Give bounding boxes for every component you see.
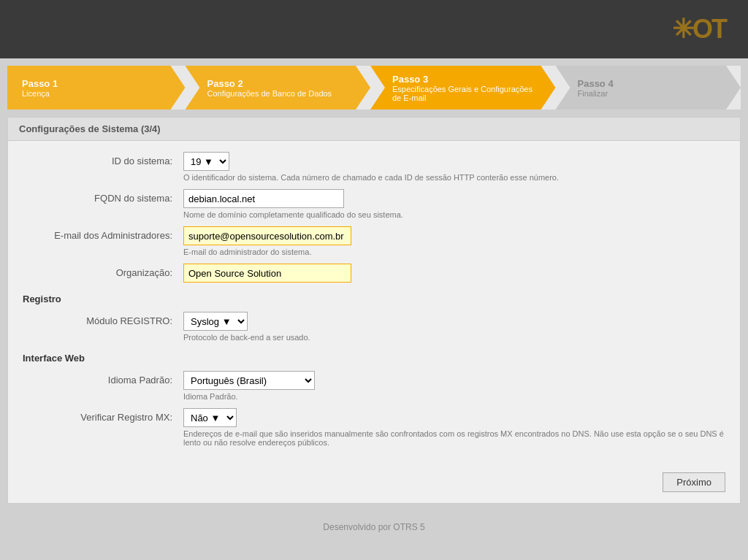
button-row: Próximo [8, 465, 740, 503]
step-1-number: Passo 1 [22, 78, 171, 89]
verify-mx-row: Verificar Registro MX: Não ▼ Sim Endereç… [23, 408, 725, 447]
log-module-control: Syslog ▼ Protocolo de back-end a ser usa… [183, 312, 725, 342]
step-2-number: Passo 2 [207, 78, 356, 89]
default-language-select[interactable]: Português (Brasil) English (United State… [183, 371, 315, 390]
registro-section-title: Registro [23, 294, 725, 304]
step-4[interactable]: Passo 4 Finalizar [556, 66, 741, 110]
main-content: Configurações de Sistema (3/4) ID do sis… [7, 117, 741, 504]
next-button[interactable]: Próximo [663, 472, 725, 492]
default-language-row: Idioma Padrão: Português (Brasil) Englis… [23, 371, 725, 401]
log-module-label: Módulo REGISTRO: [23, 312, 183, 326]
verify-mx-control: Não ▼ Sim Endereços de e-mail que são in… [183, 408, 725, 447]
step-3[interactable]: Passo 3 Especificações Gerais e Configur… [370, 66, 556, 110]
verify-mx-label: Verificar Registro MX: [23, 408, 183, 423]
system-id-row: ID do sistema: 19 ▼ O identificador do s… [23, 152, 725, 182]
system-id-select[interactable]: 19 ▼ [183, 152, 229, 171]
step-2-label: Configurações de Banco de Dados [207, 89, 356, 98]
default-language-control: Português (Brasil) English (United State… [183, 371, 725, 401]
log-module-row: Módulo REGISTRO: Syslog ▼ Protocolo de b… [23, 312, 725, 342]
steps-bar: Passo 1 Licença Passo 2 Configurações de… [7, 66, 741, 110]
admin-email-input[interactable] [183, 226, 351, 245]
default-language-label: Idioma Padrão: [23, 371, 183, 386]
log-module-description: Protocolo de back-end a ser usado. [183, 333, 725, 342]
verify-mx-select[interactable]: Não ▼ Sim [183, 408, 237, 427]
fqdn-description: Nome de domínio completamente qualificad… [183, 210, 725, 219]
system-id-label: ID do sistema: [23, 152, 183, 166]
system-id-description: O identificador do sistema. Cada número … [183, 173, 725, 182]
footer: Desenvolvido por OTRS 5 [0, 511, 748, 543]
step-4-label: Finalizar [578, 89, 727, 98]
step-4-number: Passo 4 [578, 78, 727, 89]
web-interface-section-title: Interface Web [23, 353, 725, 364]
default-language-description: Idioma Padrão. [183, 392, 725, 401]
step-3-number: Passo 3 [392, 74, 541, 85]
verify-mx-description: Endereços de e-mail que são inseridos ma… [183, 429, 725, 447]
system-id-control: 19 ▼ O identificador do sistema. Cada nú… [183, 152, 725, 182]
footer-text: Desenvolvido por OTRS 5 [323, 522, 424, 532]
admin-email-description: E-mail do administrador do sistema. [183, 248, 725, 256]
fqdn-input[interactable] [183, 189, 344, 208]
step-3-label: Especificações Gerais e Configurações de… [392, 85, 541, 102]
organization-input[interactable] [183, 264, 351, 283]
step-1[interactable]: Passo 1 Licença [7, 66, 186, 110]
log-module-select[interactable]: Syslog ▼ [183, 312, 248, 331]
header-logo: ✳OT [672, 14, 726, 45]
fqdn-label: FQDN do sistema: [23, 189, 183, 204]
fqdn-control: Nome de domínio completamente qualificad… [183, 189, 725, 219]
admin-email-label: E-mail dos Administradores: [23, 226, 183, 241]
section-title: Configurações de Sistema (3/4) [8, 118, 740, 141]
fqdn-row: FQDN do sistema: Nome de domínio complet… [23, 189, 725, 219]
step-2[interactable]: Passo 2 Configurações de Banco de Dados [186, 66, 371, 110]
organization-row: Organização: [23, 264, 725, 283]
organization-label: Organização: [23, 264, 183, 278]
header: ✳OT [0, 0, 748, 58]
step-1-label: Licença [22, 89, 171, 98]
admin-email-control: E-mail do administrador do sistema. [183, 226, 725, 256]
form-area: ID do sistema: 19 ▼ O identificador do s… [8, 141, 740, 465]
admin-email-row: E-mail dos Administradores: E-mail do ad… [23, 226, 725, 256]
organization-control [183, 264, 725, 283]
